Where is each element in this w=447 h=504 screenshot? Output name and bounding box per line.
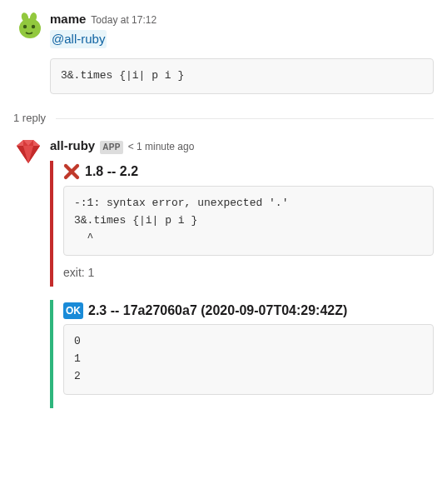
attachment-title: OK 2.3 -- 17a27060a7 (2020-09-07T04:29:4…	[63, 302, 434, 320]
ok-badge-icon: OK	[63, 302, 83, 319]
thread-separator: 1 reply	[13, 111, 434, 127]
mention[interactable]: @all-ruby	[50, 30, 107, 48]
message-body: mame Today at 17:12 @all-ruby 3&.times {…	[50, 10, 434, 102]
reply-count[interactable]: 1 reply	[13, 111, 46, 127]
message-header: mame Today at 17:12	[50, 10, 434, 28]
message-body: all-ruby APP < 1 minute ago 1.8 -- 2.2 -…	[50, 137, 434, 422]
code-block[interactable]: 0 1 2	[63, 324, 434, 394]
svg-marker-9	[17, 140, 23, 146]
svg-point-3	[23, 25, 27, 28]
message: mame Today at 17:12 @all-ruby 3&.times {…	[13, 10, 434, 102]
attachment-title-text: 2.3 -- 17a27060a7 (2020-09-07T04:29:42Z)	[88, 302, 434, 320]
author-name[interactable]: mame	[50, 10, 86, 28]
timestamp[interactable]: < 1 minute ago	[128, 140, 195, 155]
timestamp[interactable]: Today at 17:12	[91, 13, 156, 28]
exit-status: exit: 1	[63, 264, 434, 281]
attachment-title-text: 1.8 -- 2.2	[85, 162, 434, 181]
attachment-title: 1.8 -- 2.2	[63, 162, 434, 181]
svg-marker-10	[33, 140, 40, 146]
attachment-fail: 1.8 -- 2.2 -:1: syntax error, unexpected…	[50, 161, 434, 286]
message: all-ruby APP < 1 minute ago 1.8 -- 2.2 -…	[13, 137, 434, 422]
separator-line	[56, 118, 434, 119]
app-badge: APP	[100, 141, 122, 155]
cross-mark-icon	[63, 163, 80, 180]
svg-point-0	[19, 18, 41, 38]
code-block[interactable]: -:1: syntax error, unexpected '.' 3&.tim…	[63, 186, 434, 256]
avatar[interactable]	[13, 10, 43, 40]
attachment-ok: OK 2.3 -- 17a27060a7 (2020-09-07T04:29:4…	[50, 300, 434, 408]
message-header: all-ruby APP < 1 minute ago	[50, 137, 434, 155]
avatar[interactable]	[13, 137, 43, 167]
svg-point-4	[32, 25, 35, 28]
code-block[interactable]: 3&.times {|i| p i }	[50, 58, 434, 94]
author-name[interactable]: all-ruby	[50, 137, 95, 155]
